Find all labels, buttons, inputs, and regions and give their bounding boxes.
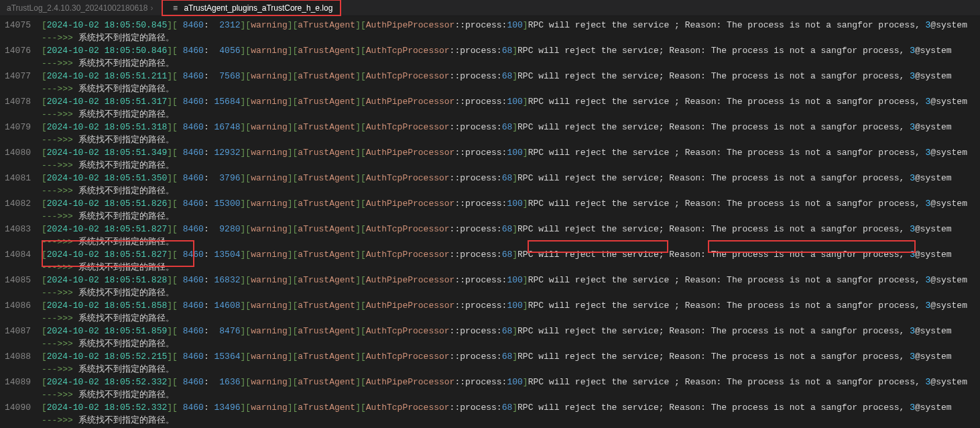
log-content: --->>> 系统找不到指定的路径。: [42, 337, 980, 350]
log-line[interactable]: 14075[2024-10-02 18:05:50.845][ 8460: 23…: [0, 19, 980, 32]
line-number: 14086: [0, 299, 42, 312]
log-content: [2024-10-02 18:05:51.349][ 8460: 12932][…: [42, 146, 980, 159]
log-content: [2024-10-02 18:05:51.827][ 8460: 9280][w…: [42, 223, 980, 235]
log-content: --->>> 系统找不到指定的路径。: [42, 184, 980, 197]
log-content: --->>> 系统找不到指定的路径。: [42, 286, 980, 299]
log-line[interactable]: 14081[2024-10-02 18:05:51.350][ 8460: 37…: [0, 172, 980, 184]
log-line[interactable]: 14088[2024-10-02 18:05:52.215][ 8460: 15…: [0, 350, 980, 363]
log-content: [2024-10-02 18:05:50.845][ 8460: 2312][w…: [42, 19, 980, 32]
log-content: --->>> 系统找不到指定的路径。: [42, 235, 980, 248]
log-content: [2024-10-02 18:05:51.858][ 8460: 14608][…: [42, 299, 980, 312]
line-number: 14075: [0, 19, 42, 32]
log-line-continued[interactable]: --->>> 系统找不到指定的路径。: [0, 363, 980, 376]
log-line-continued[interactable]: --->>> 系统找不到指定的路径。: [0, 261, 980, 274]
line-number: 14076: [0, 44, 42, 57]
line-number: 14084: [0, 248, 42, 261]
line-number: 14089: [0, 376, 42, 388]
log-line-continued[interactable]: --->>> 系统找不到指定的路径。: [0, 32, 980, 44]
log-content: --->>> 系统找不到指定的路径。: [42, 133, 980, 146]
log-content: --->>> 系统找不到指定的路径。: [42, 159, 980, 172]
log-line-continued[interactable]: --->>> 系统找不到指定的路径。: [0, 108, 980, 121]
log-line[interactable]: 14089[2024-10-02 18:05:52.332][ 8460: 16…: [0, 376, 980, 388]
log-content: [2024-10-02 18:05:51.826][ 8460: 15300][…: [42, 197, 980, 210]
log-content: [2024-10-02 18:05:51.317][ 8460: 15684][…: [42, 95, 980, 108]
log-line-continued[interactable]: --->>> 系统找不到指定的路径。: [0, 133, 980, 146]
line-number: 14079: [0, 121, 42, 133]
log-content: --->>> 系统找不到指定的路径。: [42, 414, 980, 427]
log-line-continued[interactable]: --->>> 系统找不到指定的路径。: [0, 286, 980, 299]
line-number: 14077: [0, 70, 42, 83]
log-line[interactable]: 14086[2024-10-02 18:05:51.858][ 8460: 14…: [0, 299, 980, 312]
log-content: --->>> 系统找不到指定的路径。: [42, 57, 980, 70]
log-content: --->>> 系统找不到指定的路径。: [42, 83, 980, 95]
line-number: 14081: [0, 172, 42, 184]
log-content: --->>> 系统找不到指定的路径。: [42, 210, 980, 223]
log-line-continued[interactable]: --->>> 系统找不到指定的路径。: [0, 337, 980, 350]
log-line[interactable]: 14080[2024-10-02 18:05:51.349][ 8460: 12…: [0, 146, 980, 159]
log-line[interactable]: 14090[2024-10-02 18:05:52.332][ 8460: 13…: [0, 401, 980, 414]
log-content: [2024-10-02 18:05:52.332][ 8460: 1636][w…: [42, 376, 980, 388]
line-number: 14090: [0, 401, 42, 414]
log-line-continued[interactable]: --->>> 系统找不到指定的路径。: [0, 312, 980, 325]
line-number: 14088: [0, 350, 42, 363]
log-line-continued[interactable]: --->>> 系统找不到指定的路径。: [0, 57, 980, 70]
log-content: --->>> 系统找不到指定的路径。: [42, 312, 980, 325]
log-line[interactable]: 14084[2024-10-02 18:05:51.827][ 8460: 13…: [0, 248, 980, 261]
file-icon: ≡: [170, 3, 180, 13]
line-number: 14080: [0, 146, 42, 159]
tab-bar: aTrustLog_2.4.10.30_20241002180618 › ≡ a…: [0, 0, 980, 16]
log-line[interactable]: 14078[2024-10-02 18:05:51.317][ 8460: 15…: [0, 95, 980, 108]
log-content: [2024-10-02 18:05:51.318][ 8460: 16748][…: [42, 121, 980, 133]
log-line-continued[interactable]: --->>> 系统找不到指定的路径。: [0, 159, 980, 172]
log-line[interactable]: 14079[2024-10-02 18:05:51.318][ 8460: 16…: [0, 121, 980, 133]
log-content: --->>> 系统找不到指定的路径。: [42, 32, 980, 44]
line-number: 14087: [0, 325, 42, 337]
line-number: 14082: [0, 197, 42, 210]
log-line-continued[interactable]: --->>> 系统找不到指定的路径。: [0, 388, 980, 401]
chevron-right-icon: ›: [150, 3, 153, 13]
log-line[interactable]: 14085[2024-10-02 18:05:51.828][ 8460: 16…: [0, 274, 980, 286]
log-content: [2024-10-02 18:05:52.332][ 8460: 13496][…: [42, 401, 980, 414]
log-content: [2024-10-02 18:05:51.350][ 8460: 3796][w…: [42, 172, 980, 184]
log-line-continued[interactable]: --->>> 系统找不到指定的路径。: [0, 235, 980, 248]
log-content: [2024-10-02 18:05:51.859][ 8460: 8476][w…: [42, 325, 980, 337]
log-line-continued[interactable]: --->>> 系统找不到指定的路径。: [0, 210, 980, 223]
log-content: [2024-10-02 18:05:50.846][ 8460: 4056][w…: [42, 44, 980, 57]
line-number: 14078: [0, 95, 42, 108]
log-content: [2024-10-02 18:05:52.215][ 8460: 15364][…: [42, 350, 980, 363]
tab-label: aTrustAgent_plugins_aTrustCore_h_e.log: [184, 3, 332, 13]
log-line[interactable]: 14082[2024-10-02 18:05:51.826][ 8460: 15…: [0, 197, 980, 210]
log-content: --->>> 系统找不到指定的路径。: [42, 108, 980, 121]
log-content: [2024-10-02 18:05:51.828][ 8460: 16832][…: [42, 274, 980, 286]
log-content: [2024-10-02 18:05:51.211][ 8460: 7568][w…: [42, 70, 980, 83]
line-number: 14085: [0, 274, 42, 286]
log-line[interactable]: 14087[2024-10-02 18:05:51.859][ 8460: 84…: [0, 325, 980, 337]
log-line-continued[interactable]: --->>> 系统找不到指定的路径。: [0, 184, 980, 197]
log-line-continued[interactable]: --->>> 系统找不到指定的路径。: [0, 83, 980, 95]
line-number: 14083: [0, 223, 42, 235]
breadcrumb-root: aTrustLog_2.4.10.30_20241002180618: [7, 3, 147, 13]
log-line-continued[interactable]: --->>> 系统找不到指定的路径。: [0, 414, 980, 427]
log-content: [2024-10-02 18:05:51.827][ 8460: 13504][…: [42, 248, 980, 261]
tab-active-file[interactable]: ≡ aTrustAgent_plugins_aTrustCore_h_e.log: [162, 0, 341, 15]
log-line[interactable]: 14076[2024-10-02 18:05:50.846][ 8460: 40…: [0, 44, 980, 57]
log-content: --->>> 系统找不到指定的路径。: [42, 388, 980, 401]
breadcrumb[interactable]: aTrustLog_2.4.10.30_20241002180618 ›: [0, 0, 162, 15]
log-line[interactable]: 14083[2024-10-02 18:05:51.827][ 8460: 92…: [0, 223, 980, 235]
log-content: --->>> 系统找不到指定的路径。: [42, 363, 980, 376]
log-content: --->>> 系统找不到指定的路径。: [42, 261, 980, 274]
log-line[interactable]: 14077[2024-10-02 18:05:51.211][ 8460: 75…: [0, 70, 980, 83]
code-editor[interactable]: 14075[2024-10-02 18:05:50.845][ 8460: 23…: [0, 16, 980, 428]
